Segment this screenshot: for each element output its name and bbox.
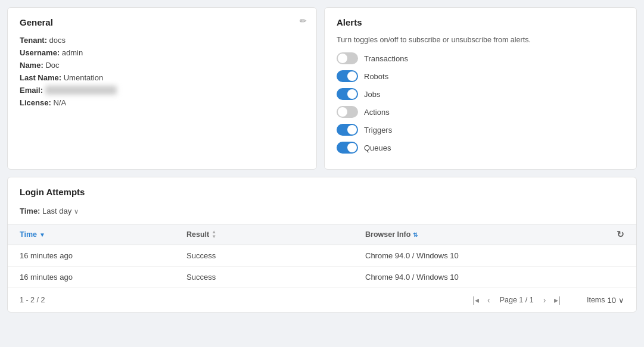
username-value: admin <box>62 48 83 57</box>
page-text: Page 1 / 1 <box>500 296 534 304</box>
alerts-title: Alerts <box>337 17 624 27</box>
tenant-value: docs <box>49 36 66 45</box>
last-page-button[interactable]: ▸| <box>552 294 563 306</box>
items-chevron-icon[interactable]: ∨ <box>618 296 624 305</box>
toggle-row-robots: Robots <box>337 70 624 82</box>
tenant-label: Tenant: <box>20 36 47 45</box>
name-value: Doc <box>45 61 59 70</box>
row1-time: 16 minutes ago <box>20 251 186 260</box>
toggle-row-actions: Actions <box>337 106 624 118</box>
name-label: Name: <box>20 61 43 70</box>
col-result-header[interactable]: Result ▲▼ <box>186 230 365 239</box>
username-field: Username: admin <box>20 48 304 57</box>
toggle-robots[interactable] <box>337 70 358 82</box>
row2-browser: Chrome 94.0 / Windows 10 <box>365 273 624 282</box>
col-time-label: Time <box>20 230 37 239</box>
toggle-actions[interactable] <box>337 106 358 118</box>
lastname-label: Last Name: <box>20 73 61 82</box>
items-control: Items 10 ∨ <box>587 296 624 305</box>
items-label: Items <box>587 296 605 304</box>
lastname-value: Umentation <box>64 73 103 82</box>
row1-browser: Chrome 94.0 / Windows 10 <box>365 251 624 260</box>
name-field: Name: Doc <box>20 61 304 70</box>
col-browser-label: Browser Info <box>365 230 410 239</box>
table-header: Time ▼ Result ▲▼ Browser Info ⇅ ↻ <box>8 224 636 245</box>
alerts-description: Turn toggles on/off to subscribe or unsu… <box>337 36 624 44</box>
edit-icon[interactable]: ✏ <box>300 16 307 26</box>
tenant-field: Tenant: docs <box>20 36 304 45</box>
toggle-transactions[interactable] <box>337 52 358 64</box>
toggle-row-queues: Queues <box>337 142 624 154</box>
license-label: License: <box>20 98 51 107</box>
next-page-button[interactable]: › <box>541 294 549 306</box>
table-row: 16 minutes ago Success Chrome 94.0 / Win… <box>8 267 636 288</box>
toggle-row-triggers: Triggers <box>337 124 624 136</box>
toggle-triggers[interactable] <box>337 124 358 136</box>
toggle-row-transactions: Transactions <box>337 52 624 64</box>
pagination: 1 - 2 / 2 |◂ ‹ Page 1 / 1 › ▸| Items 10 … <box>8 288 636 312</box>
license-field: License: N/A <box>20 98 304 107</box>
toggle-label-transactions: Transactions <box>364 54 408 63</box>
time-filter-label: Time: <box>20 207 40 215</box>
general-title: General <box>20 17 304 27</box>
col-time-header[interactable]: Time ▼ <box>20 230 186 239</box>
items-count: 10 <box>608 296 616 305</box>
refresh-button[interactable]: ↻ <box>617 229 624 240</box>
username-label: Username: <box>20 48 60 57</box>
sort-result-icon: ▲▼ <box>211 230 216 239</box>
table-row: 16 minutes ago Success Chrome 94.0 / Win… <box>8 245 636 267</box>
alerts-card: Alerts Turn toggles on/off to subscribe … <box>324 7 637 170</box>
sort-time-icon: ▼ <box>39 232 45 238</box>
row2-time: 16 minutes ago <box>20 273 186 282</box>
general-card: General ✏ Tenant: docs Username: admin N… <box>7 7 317 170</box>
toggle-jobs[interactable] <box>337 88 358 100</box>
toggle-queues[interactable] <box>337 142 358 154</box>
col-result-label: Result <box>186 230 209 239</box>
email-value: user@example.com <box>45 86 117 95</box>
col-browser-header[interactable]: Browser Info ⇅ <box>365 230 617 239</box>
toggle-label-queues: Queues <box>364 143 391 152</box>
sort-browser-icon: ⇅ <box>413 232 418 238</box>
email-field: Email: user@example.com <box>20 86 304 95</box>
toggle-label-actions: Actions <box>364 108 390 117</box>
toggle-row-jobs: Jobs <box>337 88 624 100</box>
toggle-label-triggers: Triggers <box>364 126 392 135</box>
toggle-label-robots: Robots <box>364 72 388 81</box>
toggle-label-jobs: Jobs <box>364 90 380 99</box>
pagination-summary: 1 - 2 / 2 <box>20 296 45 304</box>
page-controls: |◂ ‹ Page 1 / 1 › ▸| <box>470 294 563 306</box>
login-attempts-card: Login Attempts Time: Last day ∨ Time ▼ R… <box>7 177 637 312</box>
first-page-button[interactable]: |◂ <box>470 294 481 306</box>
chevron-down-icon[interactable]: ∨ <box>74 208 79 215</box>
time-filter: Time: Last day ∨ <box>8 203 636 224</box>
license-value: N/A <box>53 98 66 107</box>
prev-page-button[interactable]: ‹ <box>485 294 493 306</box>
time-filter-value: Last day <box>42 207 71 215</box>
login-attempts-title: Login Attempts <box>8 187 636 203</box>
row2-result: Success <box>186 273 365 282</box>
lastname-field: Last Name: Umentation <box>20 73 304 82</box>
row1-result: Success <box>186 251 365 260</box>
email-label: Email: <box>20 86 43 95</box>
